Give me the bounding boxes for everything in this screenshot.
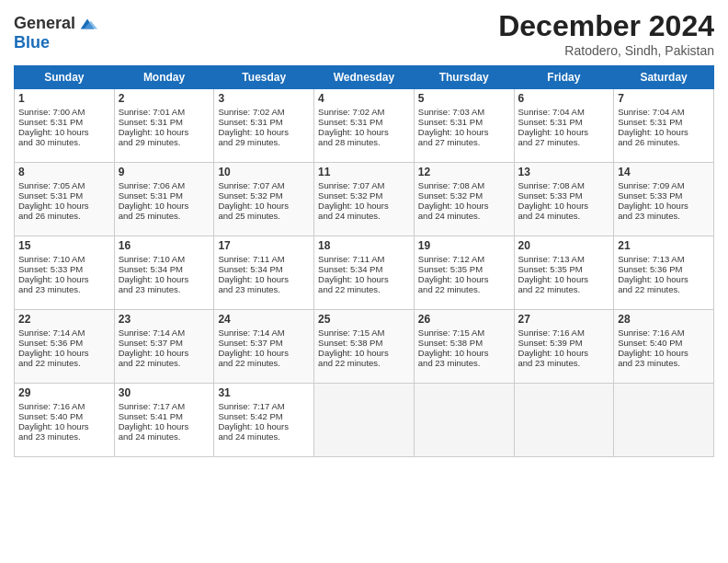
cell-line: Daylight: 10 hours [18,348,110,358]
cell-line: Sunset: 5:31 PM [18,117,110,127]
cell-line: Sunset: 5:31 PM [18,190,110,201]
cell-line: Daylight: 10 hours [218,421,310,431]
cell-line: Sunset: 5:33 PM [618,190,710,201]
cell-line: Sunset: 5:37 PM [218,338,310,348]
calendar-cell: 3Sunrise: 7:02 AMSunset: 5:31 PMDaylight… [214,89,314,163]
cell-line: and 22 minutes. [318,284,410,294]
calendar-cell: 7Sunrise: 7:04 AMSunset: 5:31 PMDaylight… [614,89,714,163]
day-number: 3 [218,92,310,105]
cell-line: and 22 minutes. [318,358,410,368]
logo: General Blue [14,14,97,52]
cell-line: Sunset: 5:37 PM [119,338,210,348]
day-number: 23 [119,313,210,326]
day-number: 31 [218,386,310,399]
day-number: 24 [218,313,310,326]
calendar-cell: 16Sunrise: 7:10 AMSunset: 5:34 PMDayligh… [114,236,214,310]
title-block: December 2024 Ratodero, Sindh, Pakistan [498,9,714,58]
calendar-cell: 30Sunrise: 7:17 AMSunset: 5:41 PMDayligh… [114,384,214,457]
cell-line: Daylight: 10 hours [218,201,310,211]
cell-line: Sunrise: 7:01 AM [119,107,210,117]
cell-line: Daylight: 10 hours [18,201,110,211]
calendar-cell: 6Sunrise: 7:04 AMSunset: 5:31 PMDaylight… [514,89,614,163]
cell-line: Sunrise: 7:12 AM [418,254,510,264]
cell-line: and 23 minutes. [618,358,710,368]
header: General Blue December 2024 Ratodero, Sin… [14,9,714,58]
calendar-cell: 8Sunrise: 7:05 AMSunset: 5:31 PMDaylight… [15,163,115,236]
cell-line: Sunrise: 7:16 AM [518,327,610,338]
cell-line: Daylight: 10 hours [318,348,410,358]
cell-line: and 25 minutes. [119,211,210,221]
cell-line: Sunset: 5:35 PM [418,264,510,274]
month-title: December 2024 [498,9,714,43]
cell-line: Sunrise: 7:02 AM [318,107,410,117]
column-header-sunday: Sunday [15,66,115,89]
day-number: 9 [119,166,210,178]
day-number: 14 [618,166,710,178]
cell-line: Sunset: 5:31 PM [218,117,310,127]
calendar-cell: 15Sunrise: 7:10 AMSunset: 5:33 PMDayligh… [15,236,115,310]
cell-line: Sunset: 5:40 PM [18,411,110,421]
cell-line: Daylight: 10 hours [418,348,510,358]
cell-line: Sunrise: 7:07 AM [318,180,410,190]
day-number: 4 [318,92,410,105]
day-number: 15 [18,239,110,252]
calendar-cell [314,384,415,457]
calendar-cell: 22Sunrise: 7:14 AMSunset: 5:36 PMDayligh… [15,310,115,384]
cell-line: and 29 minutes. [119,137,210,147]
cell-line: Daylight: 10 hours [318,127,410,137]
cell-line: Sunrise: 7:11 AM [318,254,410,264]
cell-line: and 24 minutes. [218,431,310,442]
cell-line: Daylight: 10 hours [618,348,710,358]
cell-line: Sunrise: 7:06 AM [119,180,210,190]
cell-line: Sunrise: 7:08 AM [418,180,510,190]
day-number: 5 [418,92,510,105]
day-number: 1 [18,92,110,105]
calendar-cell: 12Sunrise: 7:08 AMSunset: 5:32 PMDayligh… [414,163,514,236]
cell-line: Sunset: 5:39 PM [518,338,610,348]
cell-line: Sunset: 5:38 PM [418,338,510,348]
cell-line: Sunrise: 7:11 AM [218,254,310,264]
logo-text-line2: Blue [14,34,97,52]
cell-line: and 23 minutes. [518,358,610,368]
cell-line: and 26 minutes. [18,211,110,221]
calendar-cell [614,384,714,457]
cell-line: Daylight: 10 hours [119,127,210,137]
day-number: 11 [318,166,410,178]
calendar-cell: 19Sunrise: 7:12 AMSunset: 5:35 PMDayligh… [414,236,514,310]
cell-line: Sunset: 5:32 PM [218,190,310,201]
cell-line: Sunrise: 7:14 AM [119,327,210,338]
day-number: 25 [318,313,410,326]
cell-line: Sunset: 5:34 PM [119,264,210,274]
day-number: 17 [218,239,310,252]
cell-line: and 23 minutes. [119,284,210,294]
calendar-cell: 29Sunrise: 7:16 AMSunset: 5:40 PMDayligh… [15,384,115,457]
cell-line: and 23 minutes. [218,284,310,294]
cell-line: Sunrise: 7:04 AM [618,107,710,117]
cell-line: Sunrise: 7:15 AM [418,327,510,338]
cell-line: Sunrise: 7:04 AM [518,107,610,117]
calendar-week-5: 29Sunrise: 7:16 AMSunset: 5:40 PMDayligh… [15,384,714,457]
calendar-cell [414,384,514,457]
cell-line: Daylight: 10 hours [218,274,310,284]
cell-line: Sunset: 5:31 PM [318,117,410,127]
cell-line: Sunset: 5:32 PM [418,190,510,201]
cell-line: Sunrise: 7:02 AM [218,107,310,117]
column-header-friday: Friday [514,66,614,89]
calendar-cell: 20Sunrise: 7:13 AMSunset: 5:35 PMDayligh… [514,236,614,310]
cell-line: Daylight: 10 hours [418,274,510,284]
cell-line: Daylight: 10 hours [218,348,310,358]
logo-icon [77,14,97,34]
cell-line: and 29 minutes. [218,137,310,147]
cell-line: Sunrise: 7:17 AM [218,401,310,411]
cell-line: and 24 minutes. [119,431,210,442]
day-number: 26 [418,313,510,326]
cell-line: Sunrise: 7:14 AM [218,327,310,338]
column-header-tuesday: Tuesday [214,66,314,89]
calendar-cell: 9Sunrise: 7:06 AMSunset: 5:31 PMDaylight… [114,163,214,236]
location-subtitle: Ratodero, Sindh, Pakistan [498,43,714,58]
calendar-cell: 26Sunrise: 7:15 AMSunset: 5:38 PMDayligh… [414,310,514,384]
cell-line: Sunset: 5:31 PM [618,117,710,127]
calendar-cell: 24Sunrise: 7:14 AMSunset: 5:37 PMDayligh… [214,310,314,384]
calendar-cell [514,384,614,457]
cell-line: Daylight: 10 hours [119,348,210,358]
